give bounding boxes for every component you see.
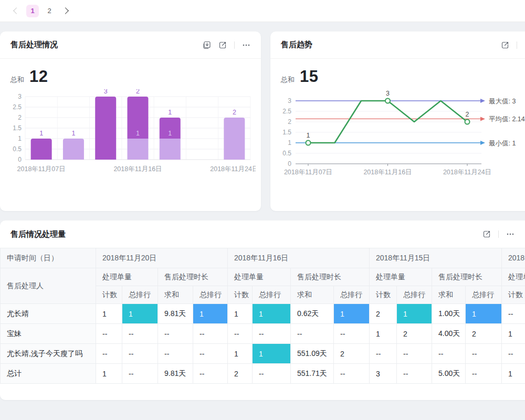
- table-cell: --: [158, 324, 193, 344]
- table-cell: 1: [502, 324, 525, 344]
- table-cell: 1: [96, 304, 122, 324]
- table-cell: 2: [228, 364, 253, 384]
- svg-text:0.5: 0.5: [282, 150, 291, 157]
- metric-header: 售后处理时长: [158, 268, 228, 286]
- table-cell: 1: [334, 304, 370, 324]
- table-cell: --: [502, 344, 525, 364]
- download-icon[interactable]: [203, 41, 211, 49]
- table-cell: 1.00天: [432, 304, 466, 324]
- svg-text:3: 3: [288, 97, 291, 104]
- table-cell: 1: [370, 324, 397, 344]
- card-title: 售后情况处理量: [10, 229, 66, 239]
- table-cell: 2: [334, 344, 370, 364]
- sub-metric-header: 计数: [96, 286, 122, 304]
- table-cell: --: [502, 304, 525, 324]
- kpi-value: 12: [29, 67, 48, 86]
- table-cell: --: [122, 344, 158, 364]
- table-row: 尤长靖,浅子今天瘦了吗--------11551.09天2----------: [1, 344, 525, 364]
- svg-text:1: 1: [307, 132, 310, 139]
- kpi-value: 15: [300, 67, 318, 86]
- expand-icon[interactable]: [501, 41, 509, 49]
- svg-text:0.5: 0.5: [13, 145, 22, 153]
- table-cell: 4.00天: [432, 324, 466, 344]
- prev-page-button[interactable]: [9, 5, 22, 17]
- svg-text:2018年11月16日: 2018年11月16日: [113, 165, 162, 173]
- svg-text:2: 2: [288, 118, 291, 125]
- table-row: 尤长靖119.81天1110.62天1211.00天1--: [1, 304, 525, 324]
- table-cell: --: [253, 364, 291, 384]
- metric-header: 售后处理时长: [291, 268, 370, 286]
- row-label: 尤长靖,浅子今天瘦了吗: [1, 344, 96, 364]
- svg-text:2: 2: [466, 111, 469, 118]
- date-group-header: 2018年11月15日: [370, 248, 502, 268]
- divider: [234, 41, 235, 49]
- svg-text:1: 1: [168, 109, 172, 116]
- more-icon[interactable]: [506, 230, 514, 238]
- svg-text:2: 2: [136, 89, 140, 95]
- svg-text:3: 3: [386, 90, 390, 97]
- svg-text:最大值: 3: 最大值: 3: [489, 98, 516, 105]
- metric-header: 售后处理时长: [432, 268, 502, 286]
- svg-text:0: 0: [288, 160, 291, 167]
- table-cell: 1: [122, 304, 158, 324]
- corner-header-person: 售后处理人: [1, 268, 96, 304]
- sub-metric-header: 总排行: [397, 286, 432, 304]
- svg-text:2: 2: [18, 114, 22, 121]
- sub-metric-header: 求和: [291, 286, 334, 304]
- expand-icon[interactable]: [482, 230, 491, 238]
- table-cell: --: [397, 344, 432, 364]
- svg-text:1: 1: [18, 135, 22, 142]
- card-title: 售后趋势: [281, 40, 312, 50]
- next-page-button[interactable]: [60, 5, 72, 17]
- bar-chart-card: 售后处理情况 总和 12 00.511.522.53113211122018年1…: [0, 32, 261, 211]
- sub-metric-header: 总排行: [466, 286, 502, 304]
- card-header: 售后情况处理量: [0, 220, 525, 248]
- page-button-2[interactable]: 2: [43, 5, 56, 17]
- divider: [498, 230, 499, 238]
- kpi-label: 总和: [10, 75, 24, 85]
- table-cell: --: [158, 344, 193, 364]
- table-cell: 551.09天: [291, 344, 334, 364]
- table-cell: 551.71天: [291, 364, 334, 384]
- table-cell: 2: [466, 324, 502, 344]
- svg-text:2.5: 2.5: [282, 108, 291, 115]
- svg-text:1.5: 1.5: [282, 129, 291, 136]
- expand-icon[interactable]: [218, 41, 227, 49]
- table-cell: 5.00天: [432, 364, 466, 384]
- table-cell: --: [466, 364, 502, 384]
- table-cell: --: [291, 324, 334, 344]
- pivot-table: 申请时间（日）2018年11月20日2018年11月16日2018年11月15日…: [0, 248, 525, 384]
- table-cell: 0.62天: [291, 304, 334, 324]
- sub-metric-header: 总排行: [253, 286, 291, 304]
- stacked-bar-chart: 00.511.522.53113211122018年11月07日2018年11月…: [5, 89, 256, 180]
- svg-text:2018年11月24日: 2018年11月24日: [210, 165, 256, 173]
- row-label: 宝妹: [1, 324, 96, 344]
- table-cell: --: [122, 324, 158, 344]
- svg-text:2018年11月07日: 2018年11月07日: [17, 165, 66, 173]
- svg-text:1.5: 1.5: [13, 124, 22, 132]
- table-cell: 1: [228, 304, 253, 324]
- more-icon[interactable]: [242, 41, 250, 49]
- svg-text:3: 3: [104, 89, 108, 95]
- card-title: 售后处理情况: [10, 40, 58, 50]
- table-cell: 9.81天: [158, 364, 193, 384]
- table-cell: 1: [253, 304, 291, 324]
- row-label: 尤长靖: [1, 304, 96, 324]
- top-pagination-bar: 1 2: [0, 0, 525, 22]
- table-cell: --: [193, 344, 228, 364]
- table-cell: 1: [502, 364, 525, 384]
- page-button-1[interactable]: 1: [26, 5, 39, 17]
- table-cell: --: [96, 344, 122, 364]
- table-cell: --: [193, 324, 228, 344]
- sub-metric-header: 总排行: [193, 286, 228, 304]
- svg-text:平均值: 2.14: 平均值: 2.14: [489, 116, 525, 123]
- corner-header-date: 申请时间（日）: [1, 248, 96, 268]
- metric-header: 处理单量: [228, 268, 291, 286]
- svg-text:3: 3: [18, 93, 22, 100]
- trend-line-chart: 00.511.522.53最大值: 3平均值: 2.14最小值: 1132201…: [276, 89, 525, 183]
- date-group-header: 2018年11月16日: [228, 248, 370, 268]
- table-cell: --: [334, 324, 370, 344]
- table-cell: 9.81天: [158, 304, 193, 324]
- pivot-table-card: 售后情况处理量 申请时间（日）2018年11月20日2018年11月16日201…: [0, 220, 525, 400]
- svg-text:1: 1: [39, 130, 43, 137]
